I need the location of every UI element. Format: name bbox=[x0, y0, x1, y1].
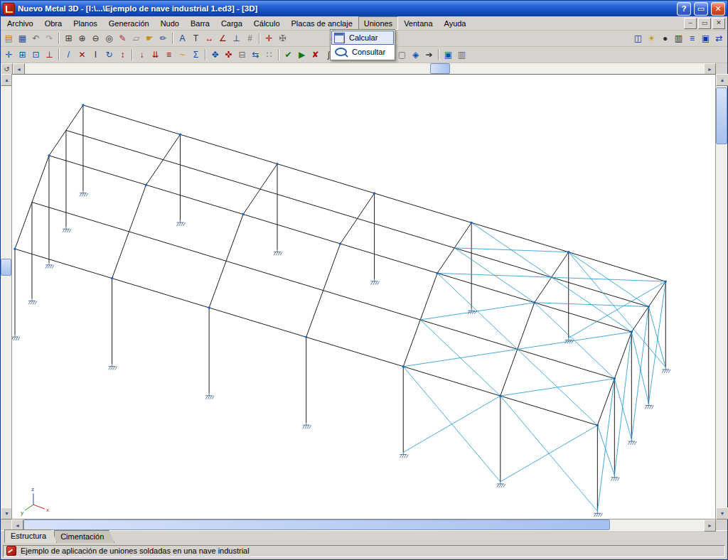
menu-item-planos[interactable]: Planos bbox=[68, 16, 103, 30]
menu-item-calculo[interactable]: Cálculo bbox=[248, 16, 286, 30]
left-scroll-thumb[interactable] bbox=[1, 259, 11, 276]
dimension-icon[interactable]: ↔ bbox=[203, 32, 216, 45]
mdi-close-button[interactable]: ✕ bbox=[712, 18, 725, 29]
cross-icon[interactable]: ✜ bbox=[222, 48, 235, 61]
copy-icon[interactable]: ⊟ bbox=[235, 48, 249, 61]
menu-item-generacion[interactable]: Generación bbox=[103, 16, 155, 30]
structure-node bbox=[614, 377, 616, 379]
menu-item-carga[interactable]: Carga bbox=[215, 16, 248, 30]
node-grid-icon[interactable]: ⊞ bbox=[16, 48, 29, 61]
menu-item-archivo[interactable]: Archivo bbox=[1, 16, 39, 30]
zoom-in-icon[interactable]: ⊕ bbox=[75, 32, 89, 45]
panel-icon[interactable]: ▢ bbox=[395, 48, 409, 61]
edit-icon[interactable]: ✏ bbox=[156, 32, 170, 45]
views-icon[interactable]: ◫ bbox=[631, 32, 645, 45]
close-button[interactable]: ✕ bbox=[711, 2, 725, 16]
angle-icon[interactable]: ∠ bbox=[216, 32, 230, 45]
diamond-icon[interactable]: ◈ bbox=[409, 48, 422, 61]
print-icon[interactable]: ▥ bbox=[672, 32, 685, 45]
mdi-restore-button[interactable]: ▭ bbox=[698, 18, 711, 29]
list-icon[interactable]: ≡ bbox=[685, 32, 699, 45]
array-icon[interactable]: ∷ bbox=[262, 48, 276, 61]
run-icon[interactable]: ▶ bbox=[295, 48, 309, 61]
pencil-icon[interactable]: ✎ bbox=[116, 32, 129, 45]
drawing-canvas[interactable]: xyz bbox=[11, 74, 716, 519]
zoom-out-icon[interactable]: ⊖ bbox=[89, 32, 102, 45]
help-button[interactable]: ? bbox=[677, 2, 691, 16]
toolbar-separator bbox=[259, 33, 260, 44]
menu-item-placas-de-anclaje[interactable]: Placas de anclaje bbox=[286, 16, 358, 30]
menu-bar: ArchivoObraPlanosGeneraciónNudoBarraCarg… bbox=[1, 16, 727, 31]
top-scroll-thumb[interactable] bbox=[430, 63, 450, 74]
tab-cimentacion[interactable]: Cimentación bbox=[54, 530, 114, 543]
save-icon[interactable]: ▦ bbox=[16, 32, 29, 45]
restore-button[interactable]: ▭ bbox=[694, 2, 708, 16]
menu-item-ayuda[interactable]: Ayuda bbox=[439, 16, 472, 30]
bar-cross-icon[interactable]: ✕ bbox=[75, 48, 89, 61]
menu-item-nudo[interactable]: Nudo bbox=[155, 16, 185, 30]
status-text: Ejemplo de aplicación de uniones soldada… bbox=[21, 546, 250, 555]
node-bind-icon[interactable]: ⊡ bbox=[29, 48, 43, 61]
bottom-scroll-thumb[interactable] bbox=[23, 519, 610, 530]
pan-icon[interactable]: ☛ bbox=[143, 32, 156, 45]
temperature-icon[interactable]: ~ bbox=[176, 48, 189, 61]
scroll-up-button[interactable]: ▲ bbox=[716, 74, 728, 86]
support-icon[interactable]: ⊥ bbox=[43, 48, 56, 61]
mirror-icon[interactable]: ⇆ bbox=[249, 48, 262, 61]
load-point-icon[interactable]: ↓ bbox=[135, 48, 149, 61]
load-surface-icon[interactable]: ≡ bbox=[162, 48, 176, 61]
zoom-window-icon[interactable]: ⊞ bbox=[62, 32, 75, 45]
label-icon[interactable]: T bbox=[189, 32, 203, 45]
bar-new-icon[interactable]: / bbox=[62, 48, 75, 61]
consult-icon bbox=[335, 48, 347, 56]
node-new-icon[interactable]: ✛ bbox=[2, 48, 16, 61]
axis-icon[interactable]: ↕ bbox=[116, 48, 129, 61]
right-scroll-track[interactable] bbox=[716, 86, 727, 507]
check-icon[interactable]: ✔ bbox=[282, 48, 295, 61]
mdi-minimize-button[interactable]: – bbox=[684, 18, 697, 29]
zoom-extents-icon[interactable]: ◎ bbox=[102, 32, 116, 45]
crosshair-icon[interactable]: ✛ bbox=[262, 32, 276, 45]
sheet-icon[interactable]: ▥ bbox=[455, 48, 469, 61]
ortho-icon[interactable]: ⊥ bbox=[230, 32, 243, 45]
move-icon[interactable]: ✥ bbox=[208, 48, 222, 61]
left-scroll-track[interactable] bbox=[1, 86, 11, 507]
undo-icon[interactable]: ↶ bbox=[29, 32, 43, 45]
hypothesis-icon[interactable]: Σ bbox=[189, 48, 203, 61]
swap-icon[interactable]: ⇄ bbox=[712, 32, 726, 45]
scroll-right-button[interactable]: ► bbox=[704, 519, 716, 532]
structure-node bbox=[179, 134, 181, 136]
arrow-icon[interactable]: ➔ bbox=[422, 48, 436, 61]
profile-icon[interactable]: I bbox=[89, 48, 102, 61]
menu-item-calcular[interactable]: Calcular bbox=[331, 31, 394, 45]
eraser-icon[interactable]: ▱ bbox=[129, 32, 143, 45]
sun-icon[interactable]: ☀ bbox=[645, 32, 658, 45]
open-file-icon[interactable]: ▤ bbox=[2, 32, 16, 45]
menu-item-obra[interactable]: Obra bbox=[39, 16, 68, 30]
toolbar-separator bbox=[278, 49, 279, 60]
menu-item-ventana[interactable]: Ventana bbox=[398, 16, 438, 30]
structure-node bbox=[305, 336, 307, 338]
structure-node bbox=[631, 330, 633, 333]
menu-items: ArchivoObraPlanosGeneraciónNudoBarraCarg… bbox=[1, 16, 472, 30]
rotate-icon[interactable]: ↻ bbox=[102, 48, 116, 61]
tools-icon[interactable]: ✠ bbox=[276, 32, 289, 45]
grid-icon[interactable]: # bbox=[243, 32, 257, 45]
scroll-down-button[interactable]: ▼ bbox=[716, 507, 728, 519]
axis-triad bbox=[25, 505, 33, 510]
monitor-icon[interactable]: ▣ bbox=[699, 32, 712, 45]
right-scroll-thumb[interactable] bbox=[716, 87, 727, 144]
stop-icon[interactable]: ✘ bbox=[309, 48, 322, 61]
tab-estructura[interactable]: Estructura bbox=[4, 529, 57, 543]
text-icon[interactable]: A bbox=[176, 32, 189, 45]
title-bar: Nuevo Metal 3D - [I:\...\Ejemplo de nave… bbox=[1, 1, 727, 16]
menu-item-consultar[interactable]: Consultar bbox=[331, 45, 394, 59]
menu-item-uniones[interactable]: Uniones bbox=[358, 16, 398, 30]
menu-item-barra[interactable]: Barra bbox=[185, 16, 215, 30]
bottom-scroll-track[interactable] bbox=[23, 519, 704, 530]
load-linear-icon[interactable]: ⇊ bbox=[149, 48, 162, 61]
top-scroll-track[interactable] bbox=[25, 63, 704, 74]
redo-icon[interactable]: ↷ bbox=[43, 32, 56, 45]
screen-icon[interactable]: ▣ bbox=[441, 48, 455, 61]
snapshot-icon[interactable]: ● bbox=[658, 32, 672, 45]
